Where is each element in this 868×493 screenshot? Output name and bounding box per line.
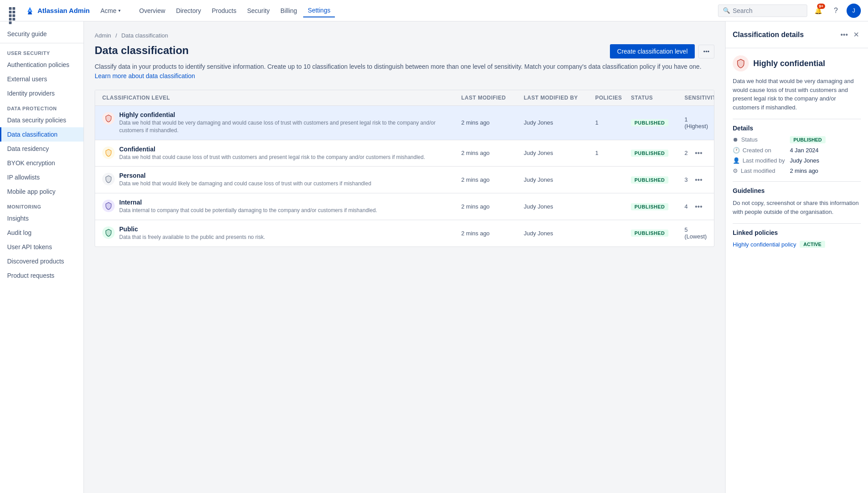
linked-policy-link[interactable]: Highly confidential policy <box>733 241 796 248</box>
classification-text: Confidential Data we hold that could cau… <box>119 146 425 161</box>
more-options-button[interactable]: ••• <box>698 45 714 58</box>
nav-overview[interactable]: Overview <box>135 4 170 17</box>
col-sensitivity: Sensitivity i <box>684 95 707 101</box>
shield-icon <box>102 146 115 159</box>
classification-name-cell: Internal Data internal to company that c… <box>102 199 461 214</box>
user-avatar[interactable]: J <box>847 4 861 18</box>
table-row[interactable]: Personal Data we hold that would likely … <box>95 167 714 193</box>
sidebar-item-product-requests[interactable]: Product requests <box>0 268 83 283</box>
sidebar-divider <box>0 43 83 43</box>
detail-modified-by-label: 👤 Last modified by <box>733 157 786 164</box>
sensitivity-cell: 5 (Lowest) ••• <box>684 226 707 240</box>
org-selector[interactable]: Acme ▾ <box>97 5 124 16</box>
sidebar-item-mobile-app-policy[interactable]: Mobile app policy <box>0 184 83 199</box>
sidebar-item-auth-policies[interactable]: Authentication policies <box>0 58 83 72</box>
row-more-button[interactable]: ••• <box>691 174 706 186</box>
row-more-button[interactable]: ••• <box>710 227 714 239</box>
sidebar-item-data-classification[interactable]: Data classification <box>0 127 83 142</box>
classification-name: Internal <box>119 199 377 206</box>
row-more-button[interactable]: ••• <box>691 147 706 159</box>
status-cell: PUBLISHED <box>631 203 684 210</box>
detail-panel-title: Classification details <box>733 31 804 39</box>
sidebar-section-user-security: USER SECURITY <box>0 45 83 58</box>
detail-level-header: Highly confidential <box>733 55 861 71</box>
table-row[interactable]: Public Data that is freely available to … <box>95 220 714 246</box>
app-body: Security guide USER SECURITY Authenticat… <box>0 21 868 493</box>
classification-name: Public <box>119 226 265 233</box>
detail-created-row: 🕐 Created on 4 Jan 2024 <box>733 147 861 154</box>
status-cell: PUBLISHED <box>631 230 684 237</box>
sensitivity-cell: 1 (Highest) ••• <box>684 116 707 130</box>
nav-settings[interactable]: Settings <box>303 4 335 17</box>
sidebar: Security guide USER SECURITY Authenticat… <box>0 21 84 493</box>
modified-by-cell: Judy Jones <box>524 203 595 210</box>
classification-name: Confidential <box>119 146 425 153</box>
nav-products[interactable]: Products <box>207 4 241 17</box>
last-modified-cell: 2 mins ago <box>461 150 524 156</box>
help-button[interactable]: ? <box>829 4 843 18</box>
classification-text: Highly confidential Data we hold that wo… <box>119 111 461 134</box>
learn-more-link[interactable]: Learn more about data classification <box>95 72 195 79</box>
sidebar-item-data-security-policies[interactable]: Data security policies <box>0 113 83 127</box>
sidebar-item-byok-encryption[interactable]: BYOK encryption <box>0 156 83 170</box>
breadcrumb-admin[interactable]: Admin <box>95 32 111 39</box>
table-body: Highly confidential Data we hold that wo… <box>95 106 714 246</box>
detail-panel-body: Highly confidential Data we hold that wo… <box>726 48 868 262</box>
detail-last-modified-row: ⚙ Last modified 2 mins ago <box>733 167 861 174</box>
status-badge: PUBLISHED <box>631 119 668 126</box>
sidebar-item-discovered-products[interactable]: Discovered products <box>0 254 83 268</box>
nav-security[interactable]: Security <box>242 4 274 17</box>
detail-created-label: 🕐 Created on <box>733 147 786 154</box>
detail-more-button[interactable]: ••• <box>839 29 850 41</box>
detail-guidelines-title: Guidelines <box>733 187 861 194</box>
nav-links: Overview Directory Products Security Bil… <box>135 4 335 17</box>
last-modified-cell: 2 mins ago <box>461 119 524 126</box>
classification-text: Personal Data we hold that would likely … <box>119 172 371 188</box>
sidebar-item-external-users[interactable]: External users <box>0 72 83 86</box>
detail-panel: Classification details ••• ✕ Highly conf… <box>725 21 868 493</box>
detail-guideline-text: Do not copy, screenshot or share this in… <box>733 199 861 216</box>
table-header: Classification level Last modified Last … <box>95 90 714 106</box>
detail-last-modified-label: ⚙ Last modified <box>733 167 786 174</box>
policies-cell: 1 <box>595 150 631 156</box>
detail-status-value: PUBLISHED <box>790 136 826 143</box>
notification-bell[interactable]: 🔔 9+ <box>811 4 825 18</box>
detail-close-button[interactable]: ✕ <box>851 29 861 41</box>
search-box[interactable]: 🔍 Search <box>718 4 807 17</box>
nav-billing[interactable]: Billing <box>276 4 301 17</box>
nav-right: 🔍 Search 🔔 9+ ? J <box>718 4 861 18</box>
detail-status-row: ⏺ Status PUBLISHED <box>733 136 861 143</box>
shield-icon <box>102 200 115 212</box>
sidebar-item-data-residency[interactable]: Data residency <box>0 142 83 156</box>
table-row[interactable]: Highly confidential Data we hold that wo… <box>95 106 714 140</box>
classification-name-cell: Public Data that is freely available to … <box>102 226 461 241</box>
page-header: Data classification Create classificatio… <box>95 44 714 58</box>
table-row[interactable]: Internal Data internal to company that c… <box>95 193 714 220</box>
detail-level-icon <box>733 55 749 71</box>
modified-by-cell: Judy Jones <box>524 176 595 183</box>
status-cell: PUBLISHED <box>631 176 684 184</box>
sidebar-item-audit-log[interactable]: Audit log <box>0 226 83 240</box>
status-badge: PUBLISHED <box>631 203 668 210</box>
classification-name-cell: Personal Data we hold that would likely … <box>102 172 461 188</box>
grid-icon[interactable] <box>7 5 18 16</box>
classification-text: Internal Data internal to company that c… <box>119 199 377 214</box>
nav-directory[interactable]: Directory <box>171 4 205 17</box>
sidebar-item-security-guide[interactable]: Security guide <box>0 27 83 41</box>
col-policies: Policies <box>595 95 631 101</box>
sidebar-item-insights[interactable]: Insights <box>0 211 83 226</box>
detail-divider-3 <box>733 223 861 224</box>
sidebar-item-identity-providers[interactable]: Identity providers <box>0 86 83 100</box>
col-status: Status <box>631 95 684 101</box>
sidebar-item-user-api-tokens[interactable]: User API tokens <box>0 240 83 254</box>
table-row[interactable]: Confidential Data we hold that could cau… <box>95 140 714 167</box>
row-more-button[interactable]: ••• <box>691 201 706 213</box>
row-more-button[interactable]: ••• <box>712 117 714 129</box>
detail-divider-2 <box>733 181 861 182</box>
search-icon: 🔍 <box>723 7 730 14</box>
col-last-modified: Last modified <box>461 95 524 101</box>
sidebar-item-ip-allowlists[interactable]: IP allowlists <box>0 170 83 184</box>
classification-table: Classification level Last modified Last … <box>95 90 714 247</box>
detail-details-title: Details <box>733 125 861 132</box>
create-classification-button[interactable]: Create classification level <box>610 44 695 58</box>
